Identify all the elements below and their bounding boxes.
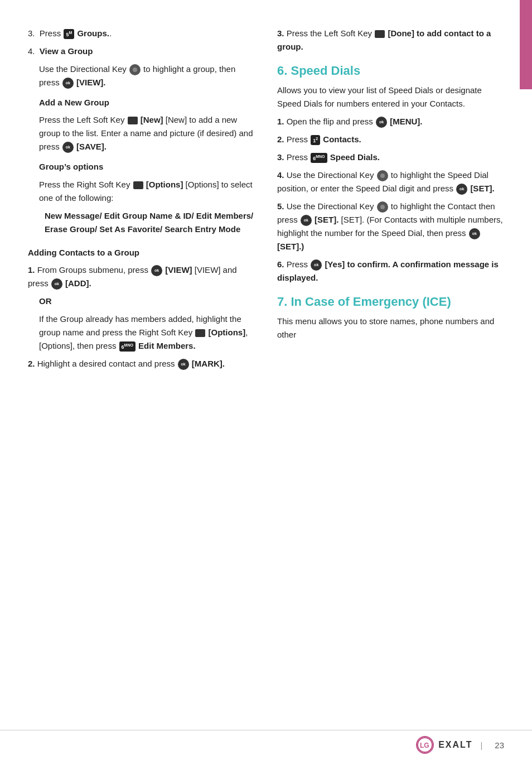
s6-step4-text: Use the Directional Key: [287, 170, 374, 180]
section-tab: [520, 0, 532, 89]
ok-btn-icon4: ok: [51, 278, 62, 290]
left-soft-key-icon2: [375, 30, 385, 38]
svg-text:LG: LG: [420, 742, 429, 749]
item3-label: 3.: [28, 28, 35, 38]
s6-step3: 3. Press 6MNO Speed Dials.: [277, 151, 504, 164]
mark-label: [MARK].: [192, 359, 225, 368]
options-list: New Message/ Edit Group Name & ID/ Edit …: [39, 209, 255, 236]
s6-step4: 4. Use the Directional Key to highlight …: [277, 169, 504, 195]
contacts-label: Contacts.: [323, 134, 361, 144]
adding-step1: 1. From Groups submenu, press ok [VIEW] …: [28, 263, 255, 290]
right-soft-key-icon: [133, 181, 143, 189]
adding-step2: 2. Highlight a desired contact and press…: [28, 357, 255, 371]
directional-key-icon2: [377, 170, 388, 181]
menu-label: [MENU].: [390, 117, 422, 126]
section7-desc: This menu allows you to store names, pho…: [277, 315, 504, 341]
ok-btn-icon8: ok: [301, 215, 312, 226]
add-label: [ADD].: [65, 278, 91, 288]
or-section: If the Group already has members added, …: [28, 312, 255, 353]
s6-step5: 5. Use the Directional Key to highlight …: [277, 200, 504, 253]
right-soft-key-label: Press the Right Soft Key: [39, 180, 130, 189]
groups-options-heading: Group’s options: [39, 160, 255, 173]
item4-label: 4.: [28, 46, 35, 56]
directional-key-icon3: [377, 201, 388, 213]
s6-step6: 6. Press ok [Yes] to confirm. A confirma…: [277, 258, 504, 285]
s6-step3-text: Press: [287, 152, 308, 162]
brand-name: EXALT: [438, 740, 472, 750]
6-menu-icon: 6MNO: [119, 341, 136, 352]
ok-btn-icon10: ok: [311, 259, 322, 271]
groups-options-desc: Press the Right Soft Key [Options] [Opti…: [39, 178, 255, 205]
ok-btn-icon9: ok: [469, 228, 480, 239]
set-label1: [SET].: [470, 184, 494, 193]
page-container: 3. Press 5M Groups.. 4. View a Group Use…: [0, 0, 532, 765]
set-label2: [SET].): [277, 242, 304, 251]
step1-text: From Groups submenu, press: [37, 265, 148, 275]
or-desc2: [Options], then press: [39, 341, 116, 350]
item4-indent: Use the Directional Key to highlight a g…: [28, 62, 255, 236]
section7-heading: 7. In Case of Emergency (ICE): [277, 295, 504, 309]
left-soft-key-icon1: [128, 117, 138, 124]
left-item3: 3. Press 5M Groups..: [28, 27, 255, 40]
add-new-group-desc: Press the Left Soft Key [New] [New] to a…: [39, 113, 255, 153]
section6-desc: Allows you to view your list of Speed Di…: [277, 84, 504, 110]
options-list-text: New Message/ Edit Group Name & ID/ Edit …: [45, 211, 253, 234]
right-soft-key-icon2: [195, 329, 205, 337]
edit-members-label: Edit Members.: [138, 341, 196, 350]
ok-btn-icon: ok: [62, 78, 74, 89]
footer: LG EXALT | 23: [0, 730, 532, 754]
ok-btn-icon7: ok: [456, 184, 467, 195]
or-text: OR: [28, 295, 255, 308]
left-soft-key-label2: Press the Left Soft Key: [287, 28, 372, 38]
ok-btn-icon2: ok: [62, 142, 74, 153]
item4-heading-text: View a Group: [40, 46, 93, 56]
item4-view-desc: Use the Directional Key to highlight a g…: [39, 62, 255, 89]
ok-btn-icon6: ok: [376, 117, 387, 128]
dir-key-label: Use the Directional Key: [39, 64, 127, 74]
add-new-group-heading: Add a New Group: [39, 96, 255, 109]
s6-step6-text: Press: [287, 259, 308, 269]
12-key-icon: 12: [311, 135, 320, 145]
s6-step2-text: Press: [287, 134, 308, 144]
or-desc: If the Group already has members added, …: [39, 312, 255, 353]
left-column: 3. Press 5M Groups.. 4. View a Group Use…: [28, 22, 255, 375]
left-soft-key-label1: Press the Left Soft Key: [39, 115, 124, 124]
item3-groups: Groups.: [77, 28, 109, 38]
right-item3: 3. Press the Left Soft Key [Done] to add…: [277, 27, 504, 54]
right-column: 3. Press the Left Soft Key [Done] to add…: [277, 22, 504, 375]
s6-step1: 1. Open the flip and press ok [MENU].: [277, 115, 504, 128]
s6-step2: 2. Press 12 Contacts.: [277, 133, 504, 146]
lg-logo-svg: LG: [417, 737, 433, 753]
ok-btn-icon3: ok: [151, 265, 162, 276]
speed-dials-label: Speed Dials.: [330, 152, 380, 162]
6mno-key-icon: 6MNO: [311, 153, 327, 163]
s6-step1-text: Open the flip and press: [287, 117, 373, 126]
section6-heading: 6. Speed Dials: [277, 64, 504, 78]
lg-logo-circle: LG: [416, 736, 434, 754]
step2-text: Highlight a desired contact and press: [37, 359, 175, 368]
save-label: [SAVE].: [76, 142, 107, 151]
footer-logo: LG EXALT | 23: [416, 736, 504, 754]
item3-text-before: Press: [40, 28, 61, 38]
ok-btn-icon5: ok: [178, 359, 189, 370]
s6-step5-text: Use the Directional Key: [287, 201, 374, 211]
5-key-icon: 5M: [64, 29, 74, 39]
view-label: [VIEW].: [76, 78, 106, 87]
page-number: 23: [495, 740, 504, 750]
directional-key-icon: [129, 64, 141, 75]
left-item4-heading: 4. View a Group: [28, 45, 255, 58]
adding-contacts-heading: Adding Contacts to a Group: [28, 246, 255, 259]
main-columns: 3. Press 5M Groups.. 4. View a Group Use…: [28, 22, 504, 375]
